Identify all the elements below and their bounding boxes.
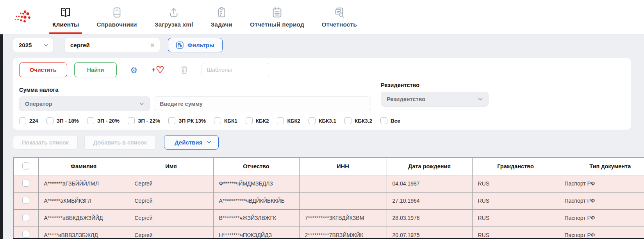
nav-item-reporting-period[interactable]: Отчётный период xyxy=(249,0,305,34)
nav-label: Клиенты xyxy=(52,21,79,28)
tax-amount-label: Сумма налога xyxy=(19,87,625,93)
cell-name: Сергей xyxy=(129,192,213,209)
checkbox-label: КБК2 xyxy=(287,118,300,124)
table-row[interactable]: А*******вВБКДБЖЗЙЙД Сергей В********чЖЗЙ… xyxy=(13,209,644,227)
nav-item-tasks[interactable]: Задачи xyxy=(210,0,233,34)
search-input[interactable] xyxy=(70,42,149,48)
document-search-icon xyxy=(334,6,345,18)
residency-block: Резидентство Резидентство xyxy=(381,82,489,107)
checkbox-zp-rk-13[interactable]: ЗП РК 13% xyxy=(168,117,206,124)
checkbox-input[interactable] xyxy=(214,117,221,124)
row-checkbox[interactable] xyxy=(22,214,29,221)
column-header-citizenship: Гражданство xyxy=(472,158,559,175)
row-select-cell xyxy=(13,227,38,239)
cell-patronymic: Ф******чЙМДМЗБДЛЗ xyxy=(213,175,299,192)
cell-patronymic: А***********чВДЙКЙБККЙБ xyxy=(213,192,299,209)
cell-surname: А*******вВБКДБЖЗЙЙД xyxy=(38,209,129,227)
red-dots-logo-icon xyxy=(12,9,32,25)
checkbox-input[interactable] xyxy=(19,117,26,124)
plus-sign: + xyxy=(152,66,155,74)
select-all-checkbox[interactable] xyxy=(22,162,29,169)
checkbox-224[interactable]: 224 xyxy=(19,117,38,124)
cell-birth-date: 20.07.1975 xyxy=(387,227,472,239)
chevron-down-icon xyxy=(478,98,483,101)
upload-icon xyxy=(168,6,179,18)
nav-item-reporting[interactable]: Отчетность xyxy=(321,0,358,34)
nav-item-directories[interactable]: Справочники xyxy=(96,0,137,34)
checkbox-label: КБК2 xyxy=(256,118,269,124)
add-to-list-button[interactable]: Добавить в список xyxy=(84,135,156,150)
cell-citizenship: RUS xyxy=(472,175,559,192)
checkbox-input[interactable] xyxy=(344,117,351,124)
cell-inn xyxy=(299,192,387,209)
find-button[interactable]: Найти xyxy=(74,62,117,77)
clients-table: Фамилия Имя Отчество ИНН Дата рождения Г… xyxy=(13,157,644,239)
cell-inn xyxy=(299,175,387,192)
checkbox-label: ЗП - 22% xyxy=(138,118,160,124)
actions-dropdown-button[interactable]: Действия xyxy=(164,135,219,150)
table-row[interactable]: А*****вВВВЗЛЗБЖЛД Сергей Н********чГКЖЗД… xyxy=(13,227,644,239)
checkbox-kbk3-2[interactable]: КБК3.2 xyxy=(344,117,372,124)
cell-birth-date: 04.04.1987 xyxy=(387,175,472,192)
operator-select-value: Оператор xyxy=(25,101,52,107)
nav-label: Загрузка xml xyxy=(155,21,193,28)
checkbox-input[interactable] xyxy=(380,117,387,124)
column-header-name: Имя xyxy=(129,158,213,175)
checkbox-zp-18[interactable]: ЗП - 18% xyxy=(46,117,79,124)
nav-label: Отчётный период xyxy=(250,21,304,28)
operator-select[interactable]: Оператор xyxy=(19,96,150,111)
cell-birth-date: 28.03.1976 xyxy=(387,209,472,227)
checkbox-input[interactable] xyxy=(309,117,316,124)
checkbox-label: КБК1 xyxy=(224,118,237,124)
list-actions-row: Показать список Добавить в список Действ… xyxy=(13,135,644,150)
amount-input[interactable] xyxy=(154,96,371,111)
checkbox-zp-20[interactable]: ЗП - 20% xyxy=(87,117,120,124)
table-row[interactable]: А******аКМБЙКЗГЛ Сергей А***********чВДЙ… xyxy=(13,192,644,209)
checkbox-zp-22[interactable]: ЗП - 22% xyxy=(128,117,160,124)
checkbox-input[interactable] xyxy=(46,117,54,124)
clear-search-icon[interactable]: ✕ xyxy=(149,42,156,49)
cell-citizenship: RUS xyxy=(472,209,559,227)
year-value: 2025 xyxy=(19,42,32,48)
residency-label: Резидентство xyxy=(381,82,489,88)
active-tab-underline xyxy=(49,32,82,34)
residency-select[interactable]: Резидентство xyxy=(381,92,489,107)
nav-label: Отчетность xyxy=(322,21,357,28)
cell-citizenship: RUS xyxy=(472,227,559,239)
checkbox-input[interactable] xyxy=(128,117,135,124)
checkbox-kbk3-1[interactable]: КБК3.1 xyxy=(309,117,336,124)
journal-icon xyxy=(112,6,122,18)
column-header-surname: Фамилия xyxy=(38,158,129,175)
heart-icon: ♡ xyxy=(156,65,164,75)
checkbox-kbk2-2[interactable]: КБК2 xyxy=(277,117,300,124)
checkbox-kbk1[interactable]: КБК1 xyxy=(214,117,237,124)
row-checkbox[interactable] xyxy=(22,231,29,238)
checkbox-input[interactable] xyxy=(246,117,253,124)
row-checkbox[interactable] xyxy=(22,197,29,204)
templates-input[interactable] xyxy=(202,63,270,77)
chevron-down-icon xyxy=(207,141,211,144)
checkbox-input[interactable] xyxy=(168,117,175,124)
checkbox-kbk2[interactable]: КБК2 xyxy=(246,117,269,124)
nav-item-xml-upload[interactable]: Загрузка xml xyxy=(154,0,194,34)
row-checkbox[interactable] xyxy=(22,180,29,187)
filters-button[interactable]: Фильтры xyxy=(168,38,223,52)
cell-doc-type: Паспорт РФ xyxy=(559,209,644,227)
trash-icon[interactable] xyxy=(180,66,188,74)
checkbox-input[interactable] xyxy=(87,117,94,124)
add-favorite-icon[interactable]: + ♡ xyxy=(152,65,164,75)
table-row[interactable]: А*******аГЗБЙЙЙЛМЛ Сергей Ф******чЙМДМЗБ… xyxy=(13,175,644,192)
nav-item-clients[interactable]: Клиенты xyxy=(52,0,80,34)
checkbox-all[interactable]: Все xyxy=(380,117,400,124)
cell-surname: А******аКМБЙКЗГЛ xyxy=(38,192,129,209)
filter-panel: Очистить Найти ⚙ + ♡ Сумма налога Операт… xyxy=(13,58,631,130)
cell-name: Сергей xyxy=(129,175,213,192)
gear-icon[interactable]: ⚙ xyxy=(130,66,137,74)
column-header-birth-date: Дата рождения xyxy=(387,158,472,175)
checkbox-input[interactable] xyxy=(277,117,284,124)
year-select[interactable]: 2025 xyxy=(13,38,54,52)
cell-doc-type: Паспорт РФ xyxy=(559,227,644,239)
cell-doc-type: Паспорт РФ xyxy=(559,192,644,209)
show-list-button[interactable]: Показать список xyxy=(13,135,78,150)
clear-button[interactable]: Очистить xyxy=(19,62,67,77)
